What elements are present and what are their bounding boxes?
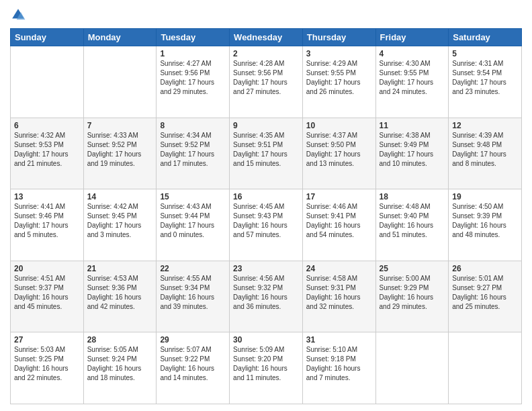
day-info: Sunrise: 4:55 AMSunset: 9:34 PMDaylight:… bbox=[160, 274, 226, 312]
calendar-cell: 15Sunrise: 4:43 AMSunset: 9:44 PMDayligh… bbox=[157, 189, 230, 261]
calendar-cell bbox=[83, 46, 157, 118]
calendar-cell: 20Sunrise: 4:51 AMSunset: 9:37 PMDayligh… bbox=[11, 261, 84, 332]
day-info: Sunrise: 5:03 AMSunset: 9:25 PMDaylight:… bbox=[14, 345, 80, 383]
day-info: Sunrise: 4:48 AMSunset: 9:40 PMDaylight:… bbox=[380, 202, 445, 240]
day-number: 29 bbox=[160, 335, 226, 345]
calendar-cell: 7Sunrise: 4:33 AMSunset: 9:52 PMDaylight… bbox=[83, 118, 157, 189]
calendar-cell: 2Sunrise: 4:28 AMSunset: 9:56 PMDaylight… bbox=[230, 46, 303, 118]
day-number: 5 bbox=[452, 49, 518, 58]
calendar-cell bbox=[375, 332, 449, 404]
day-number: 28 bbox=[87, 335, 153, 345]
logo bbox=[10, 7, 29, 23]
col-header-sunday: Sunday bbox=[11, 29, 84, 46]
day-number: 8 bbox=[160, 121, 226, 130]
day-info: Sunrise: 4:50 AMSunset: 9:39 PMDaylight:… bbox=[452, 202, 518, 240]
page: SundayMondayTuesdayWednesdayThursdayFrid… bbox=[0, 0, 532, 411]
day-number: 25 bbox=[380, 264, 445, 273]
day-number: 24 bbox=[306, 264, 372, 273]
day-info: Sunrise: 4:46 AMSunset: 9:41 PMDaylight:… bbox=[306, 202, 372, 240]
day-number: 27 bbox=[14, 335, 80, 345]
day-number: 14 bbox=[87, 192, 153, 201]
calendar-cell: 4Sunrise: 4:30 AMSunset: 9:55 PMDaylight… bbox=[375, 46, 449, 118]
day-info: Sunrise: 4:58 AMSunset: 9:31 PMDaylight:… bbox=[306, 274, 372, 312]
day-number: 2 bbox=[233, 49, 299, 58]
day-number: 3 bbox=[306, 49, 372, 58]
calendar-cell: 23Sunrise: 4:56 AMSunset: 9:32 PMDayligh… bbox=[230, 261, 303, 332]
day-info: Sunrise: 4:37 AMSunset: 9:50 PMDaylight:… bbox=[306, 131, 372, 169]
day-info: Sunrise: 4:56 AMSunset: 9:32 PMDaylight:… bbox=[233, 274, 299, 312]
day-number: 1 bbox=[160, 49, 226, 58]
day-info: Sunrise: 4:34 AMSunset: 9:52 PMDaylight:… bbox=[160, 131, 226, 169]
day-number: 22 bbox=[160, 264, 226, 273]
calendar-cell: 5Sunrise: 4:31 AMSunset: 9:54 PMDaylight… bbox=[449, 46, 522, 118]
day-number: 17 bbox=[306, 192, 372, 201]
day-number: 21 bbox=[87, 264, 153, 273]
day-number: 13 bbox=[14, 192, 80, 201]
calendar-cell: 30Sunrise: 5:09 AMSunset: 9:20 PMDayligh… bbox=[230, 332, 303, 404]
day-info: Sunrise: 4:45 AMSunset: 9:43 PMDaylight:… bbox=[233, 202, 299, 240]
day-info: Sunrise: 4:32 AMSunset: 9:53 PMDaylight:… bbox=[14, 131, 80, 169]
day-info: Sunrise: 5:05 AMSunset: 9:24 PMDaylight:… bbox=[87, 345, 153, 383]
day-number: 9 bbox=[233, 121, 299, 130]
day-number: 10 bbox=[306, 121, 372, 130]
calendar-cell: 14Sunrise: 4:42 AMSunset: 9:45 PMDayligh… bbox=[83, 189, 157, 261]
day-number: 15 bbox=[160, 192, 226, 201]
day-info: Sunrise: 4:43 AMSunset: 9:44 PMDaylight:… bbox=[160, 202, 226, 240]
calendar-cell bbox=[11, 46, 84, 118]
day-info: Sunrise: 5:01 AMSunset: 9:27 PMDaylight:… bbox=[452, 274, 518, 312]
day-number: 6 bbox=[14, 121, 80, 130]
calendar-cell: 18Sunrise: 4:48 AMSunset: 9:40 PMDayligh… bbox=[375, 189, 449, 261]
col-header-saturday: Saturday bbox=[449, 29, 522, 46]
day-number: 19 bbox=[452, 192, 518, 201]
header bbox=[10, 7, 522, 23]
day-number: 23 bbox=[233, 264, 299, 273]
day-info: Sunrise: 4:31 AMSunset: 9:54 PMDaylight:… bbox=[452, 59, 518, 97]
day-info: Sunrise: 4:41 AMSunset: 9:46 PMDaylight:… bbox=[14, 202, 80, 240]
col-header-wednesday: Wednesday bbox=[230, 29, 303, 46]
calendar-cell: 19Sunrise: 4:50 AMSunset: 9:39 PMDayligh… bbox=[449, 189, 522, 261]
day-info: Sunrise: 4:27 AMSunset: 9:56 PMDaylight:… bbox=[160, 59, 226, 97]
calendar-cell: 13Sunrise: 4:41 AMSunset: 9:46 PMDayligh… bbox=[11, 189, 84, 261]
calendar-cell: 9Sunrise: 4:35 AMSunset: 9:51 PMDaylight… bbox=[230, 118, 303, 189]
calendar-cell: 25Sunrise: 5:00 AMSunset: 9:29 PMDayligh… bbox=[375, 261, 449, 332]
day-info: Sunrise: 4:39 AMSunset: 9:48 PMDaylight:… bbox=[452, 131, 518, 169]
day-number: 31 bbox=[306, 335, 372, 345]
day-info: Sunrise: 5:10 AMSunset: 9:18 PMDaylight:… bbox=[306, 345, 372, 383]
day-number: 16 bbox=[233, 192, 299, 201]
day-number: 11 bbox=[380, 121, 445, 130]
calendar-cell: 26Sunrise: 5:01 AMSunset: 9:27 PMDayligh… bbox=[449, 261, 522, 332]
day-info: Sunrise: 4:42 AMSunset: 9:45 PMDaylight:… bbox=[87, 202, 153, 240]
day-number: 26 bbox=[452, 264, 518, 273]
calendar-cell: 10Sunrise: 4:37 AMSunset: 9:50 PMDayligh… bbox=[302, 118, 375, 189]
day-info: Sunrise: 5:00 AMSunset: 9:29 PMDaylight:… bbox=[380, 274, 445, 312]
day-info: Sunrise: 4:28 AMSunset: 9:56 PMDaylight:… bbox=[233, 59, 299, 97]
day-number: 12 bbox=[452, 121, 518, 130]
calendar-cell: 1Sunrise: 4:27 AMSunset: 9:56 PMDaylight… bbox=[157, 46, 230, 118]
calendar-cell: 27Sunrise: 5:03 AMSunset: 9:25 PMDayligh… bbox=[11, 332, 84, 404]
calendar-cell: 28Sunrise: 5:05 AMSunset: 9:24 PMDayligh… bbox=[83, 332, 157, 404]
calendar-cell: 31Sunrise: 5:10 AMSunset: 9:18 PMDayligh… bbox=[302, 332, 375, 404]
calendar-cell: 16Sunrise: 4:45 AMSunset: 9:43 PMDayligh… bbox=[230, 189, 303, 261]
day-info: Sunrise: 5:07 AMSunset: 9:22 PMDaylight:… bbox=[160, 345, 226, 383]
day-info: Sunrise: 4:51 AMSunset: 9:37 PMDaylight:… bbox=[14, 274, 80, 312]
day-info: Sunrise: 4:35 AMSunset: 9:51 PMDaylight:… bbox=[233, 131, 299, 169]
day-info: Sunrise: 4:38 AMSunset: 9:49 PMDaylight:… bbox=[380, 131, 445, 169]
logo-icon bbox=[10, 7, 26, 23]
col-header-friday: Friday bbox=[375, 29, 449, 46]
calendar-cell: 11Sunrise: 4:38 AMSunset: 9:49 PMDayligh… bbox=[375, 118, 449, 189]
day-info: Sunrise: 4:33 AMSunset: 9:52 PMDaylight:… bbox=[87, 131, 153, 169]
day-number: 7 bbox=[87, 121, 153, 130]
day-number: 30 bbox=[233, 335, 299, 345]
col-header-tuesday: Tuesday bbox=[157, 29, 230, 46]
calendar-cell: 8Sunrise: 4:34 AMSunset: 9:52 PMDaylight… bbox=[157, 118, 230, 189]
calendar-cell: 24Sunrise: 4:58 AMSunset: 9:31 PMDayligh… bbox=[302, 261, 375, 332]
calendar-cell: 29Sunrise: 5:07 AMSunset: 9:22 PMDayligh… bbox=[157, 332, 230, 404]
calendar-cell: 3Sunrise: 4:29 AMSunset: 9:55 PMDaylight… bbox=[302, 46, 375, 118]
calendar-cell: 22Sunrise: 4:55 AMSunset: 9:34 PMDayligh… bbox=[157, 261, 230, 332]
calendar-cell: 21Sunrise: 4:53 AMSunset: 9:36 PMDayligh… bbox=[83, 261, 157, 332]
col-header-monday: Monday bbox=[83, 29, 157, 46]
day-info: Sunrise: 4:53 AMSunset: 9:36 PMDaylight:… bbox=[87, 274, 153, 312]
calendar-cell: 6Sunrise: 4:32 AMSunset: 9:53 PMDaylight… bbox=[11, 118, 84, 189]
day-number: 4 bbox=[380, 49, 445, 58]
day-info: Sunrise: 5:09 AMSunset: 9:20 PMDaylight:… bbox=[233, 345, 299, 383]
